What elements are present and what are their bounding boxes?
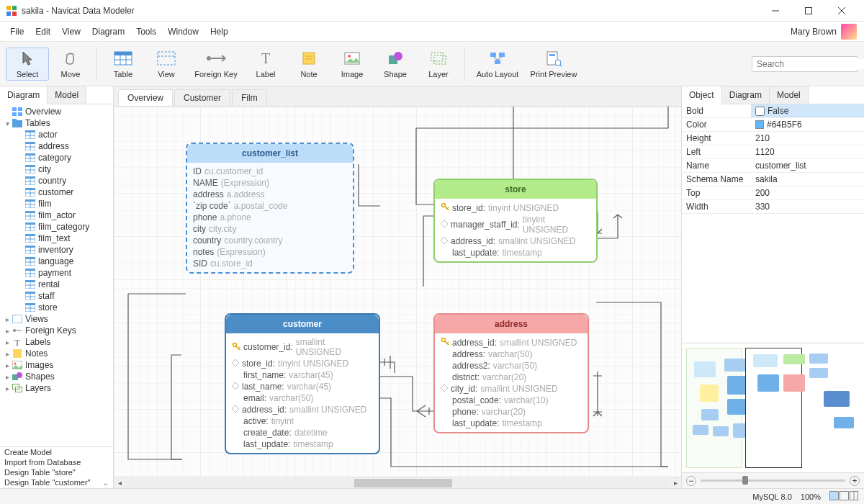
layout-toggle-icon[interactable] — [829, 491, 858, 503]
prop-schema[interactable]: Schema Namesakila — [682, 173, 864, 186]
tree-table-actor[interactable]: actor — [0, 129, 113, 140]
zoom-out-icon[interactable]: − — [686, 476, 696, 486]
tree-table-film_category[interactable]: film_category — [0, 221, 113, 233]
canvas-h-scrollbar[interactable]: ◂ ▸ — [114, 477, 681, 488]
column-row[interactable]: last_name: varchar(45) — [232, 381, 373, 392]
expand-icon[interactable]: ▸ — [3, 384, 12, 392]
column-row[interactable]: store_id: tinyint UNSIGNED — [441, 202, 590, 214]
menu-view[interactable]: View — [56, 24, 86, 40]
tree-table-store[interactable]: store — [0, 302, 113, 313]
tool-view[interactable]: View — [145, 48, 188, 80]
tool-note[interactable]: Note — [287, 48, 330, 80]
color-swatch[interactable] — [755, 120, 764, 129]
menu-window[interactable]: Window — [162, 24, 204, 40]
tool-table[interactable]: Table — [102, 48, 145, 80]
left-tab-model[interactable]: Model — [48, 86, 86, 104]
tool-print-preview[interactable]: Print Preview — [526, 48, 582, 80]
prop-height[interactable]: Height210 — [682, 132, 864, 145]
tree-images-group[interactable]: ▸Images — [0, 359, 113, 371]
tree-table-film[interactable]: film — [0, 198, 113, 210]
menu-edit[interactable]: Edit — [30, 24, 56, 40]
close-button[interactable] — [825, 0, 858, 22]
tree-table-inventory[interactable]: inventory — [0, 244, 113, 256]
maximize-button[interactable] — [792, 0, 825, 22]
column-row[interactable]: district: varchar(20) — [441, 372, 582, 383]
tree-notes-group[interactable]: ▸Notes — [0, 348, 113, 359]
column-row[interactable]: last_update: timestamp — [441, 418, 582, 429]
column-row[interactable]: country country.country — [193, 235, 347, 246]
tree-table-film_text[interactable]: film_text — [0, 233, 113, 244]
prop-width[interactable]: Width330 — [682, 200, 864, 214]
tool-auto-layout[interactable]: Auto Layout — [469, 48, 526, 80]
expand-icon[interactable]: ▸ — [3, 315, 12, 323]
column-row[interactable]: create_date: datetime — [232, 427, 373, 438]
column-row[interactable]: customer_id: smallint UNSIGNED — [232, 336, 373, 358]
column-row[interactable]: active: tinyint — [232, 415, 373, 427]
menu-help[interactable]: Help — [204, 24, 234, 40]
tool-move[interactable]: Move — [49, 48, 92, 80]
tree-layers-group[interactable]: ▸Layers — [0, 382, 113, 394]
tool-foreign-key[interactable]: Foreign Key — [188, 48, 244, 80]
tool-layer[interactable]: Layer — [417, 48, 460, 80]
column-row[interactable]: address_id: smallint UNSIGNED — [441, 235, 590, 247]
column-row[interactable]: store_id: tinyint UNSIGNED — [232, 358, 373, 369]
menu-diagram[interactable]: Diagram — [86, 24, 130, 40]
minimize-button[interactable] — [759, 0, 792, 22]
tool-image[interactable]: Image — [330, 48, 374, 80]
column-row[interactable]: first_name: varchar(45) — [232, 369, 373, 381]
column-row[interactable]: address_id: smallint UNSIGNED — [441, 336, 582, 348]
scrollbar-thumb[interactable] — [354, 479, 452, 487]
column-row[interactable]: postal_code: varchar(10) — [441, 395, 582, 406]
action-item[interactable]: Create Model — [0, 447, 113, 457]
prop-top[interactable]: Top200 — [682, 186, 864, 200]
tree-views-group[interactable]: ▸Views — [0, 313, 113, 325]
canvas-tab-customer[interactable]: Customer — [174, 89, 230, 106]
action-item[interactable]: Import from Database — [0, 457, 113, 467]
column-row[interactable]: ID cu.customer_id — [193, 166, 347, 177]
prop-name[interactable]: Namecustomer_list — [682, 159, 864, 173]
action-item[interactable]: Design Table "customer"⌄ — [0, 477, 113, 488]
menu-tools[interactable]: Tools — [130, 24, 162, 40]
scroll-right-icon[interactable]: ▸ — [670, 479, 681, 487]
column-row[interactable]: phone a.phone — [193, 212, 347, 223]
column-row[interactable]: address_id: smallint UNSIGNED — [232, 404, 373, 415]
tree-table-payment[interactable]: payment — [0, 267, 113, 279]
entity-customer[interactable]: customer customer_id: smallint UNSIGNEDs… — [225, 313, 380, 454]
left-tab-diagram[interactable]: Diagram — [0, 86, 48, 104]
column-row[interactable]: address: varchar(50) — [441, 348, 582, 360]
action-item[interactable]: Design Table "store" — [0, 467, 113, 477]
tree-table-staff[interactable]: staff — [0, 290, 113, 302]
tool-select[interactable]: Select — [6, 48, 49, 81]
column-row[interactable]: SID cu.store_id — [193, 258, 347, 269]
search-box[interactable] — [752, 56, 858, 72]
expand-icon[interactable]: ▸ — [3, 327, 12, 335]
bold-checkbox[interactable] — [755, 107, 765, 116]
avatar[interactable] — [841, 24, 857, 40]
tree-tables-group[interactable]: ▾Tables — [0, 117, 113, 129]
property-grid[interactable]: BoldFalse Color#64B5F6 Height210 Left112… — [682, 104, 864, 343]
expand-icon[interactable]: ▸ — [3, 350, 12, 358]
user-name[interactable]: Mary Brown — [791, 27, 837, 37]
tree-table-rental[interactable]: rental — [0, 279, 113, 290]
column-row[interactable]: last_update: timestamp — [232, 438, 373, 450]
right-tab-object[interactable]: Object — [682, 86, 722, 104]
expand-icon[interactable]: ▸ — [3, 361, 12, 369]
diagram-canvas[interactable]: customer_list ID cu.customer_idNAME (Exp… — [114, 107, 681, 477]
right-tab-diagram[interactable]: Diagram — [722, 86, 770, 104]
menu-file[interactable]: File — [4, 24, 30, 40]
prop-left[interactable]: Left1120 — [682, 145, 864, 159]
zoom-slider[interactable] — [701, 480, 845, 482]
tree-table-language[interactable]: language — [0, 256, 113, 267]
tree-table-category[interactable]: category — [0, 152, 113, 163]
scroll-left-icon[interactable]: ◂ — [114, 479, 125, 487]
tree-table-city[interactable]: city — [0, 163, 113, 175]
column-row[interactable]: phone: varchar(20) — [441, 406, 582, 418]
column-row[interactable]: manager_staff_id: tinyint UNSIGNED — [441, 214, 590, 235]
tree-table-customer[interactable]: customer — [0, 186, 113, 198]
tool-label[interactable]: T Label — [244, 48, 287, 80]
zoom-in-icon[interactable]: + — [850, 476, 860, 486]
tree-shapes-group[interactable]: ▸Shapes — [0, 371, 113, 382]
expand-icon[interactable]: ▸ — [3, 338, 12, 346]
tree-table-country[interactable]: country — [0, 175, 113, 186]
column-row[interactable]: notes (Expression) — [193, 246, 347, 258]
